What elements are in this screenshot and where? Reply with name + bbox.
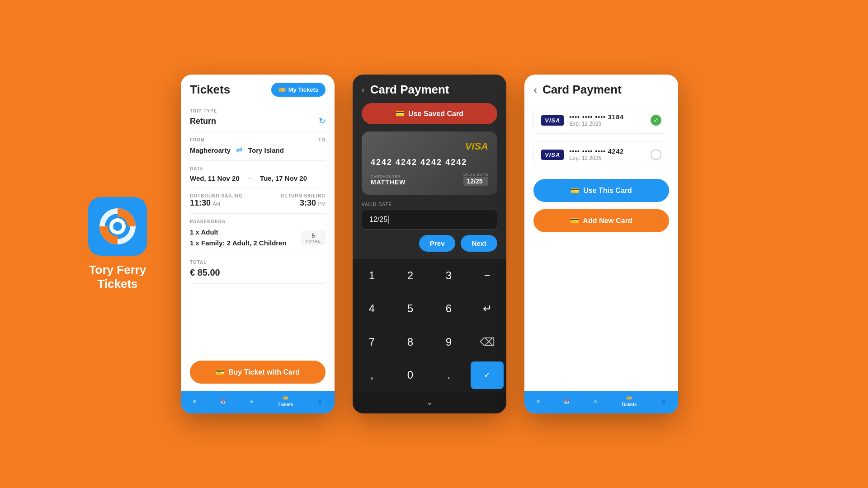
calendar-icon-3: 📅 xyxy=(564,399,569,404)
buy-ticket-button[interactable]: 💳 Buy Ticket with Card xyxy=(190,361,326,384)
card-exp-2: Exp: 12 2025 xyxy=(569,155,624,161)
date-to: Tue, 17 Nov 20 xyxy=(260,174,307,182)
prev-button[interactable]: Prev xyxy=(419,235,456,252)
nav-home-3[interactable]: ⊙ xyxy=(536,399,540,404)
to-value: Tory Island xyxy=(248,146,284,154)
chevron-down-icon: ⌄ xyxy=(426,396,434,407)
key-9[interactable]: 9 xyxy=(429,325,468,359)
nav-home[interactable]: ⊙ xyxy=(193,399,196,404)
card-number-masked-1: •••• •••• •••• 3184 xyxy=(569,113,624,121)
cursor xyxy=(388,216,389,224)
refresh-icon[interactable]: ↻ xyxy=(319,116,326,126)
valid-date-section: VALID DATE 12/25 xyxy=(362,202,497,230)
radio-selected-1[interactable]: ✓ xyxy=(651,115,661,126)
sailing-field: OUTBOUND SAILING 11:30 AM RETURN SAILING… xyxy=(190,188,326,214)
nav-calendar-3[interactable]: 📅 xyxy=(564,399,569,404)
nav-profile-3[interactable]: 👤 xyxy=(661,399,666,404)
valid-date-card: 12/25 xyxy=(463,177,489,186)
trip-type-field: TRIP TYPE Return ↻ xyxy=(190,103,326,132)
to-label: TO xyxy=(318,137,326,142)
app-icon xyxy=(88,197,147,256)
p3-title: Card Payment xyxy=(542,83,622,97)
outbound-time: 11:30 xyxy=(190,198,211,207)
visa-badge-2: VISA xyxy=(541,150,564,160)
tickets-content: TRIP TYPE Return ↻ FROM TO Maghe xyxy=(181,103,335,353)
nav-buttons: Prev Next xyxy=(362,235,497,252)
key-8[interactable]: 8 xyxy=(391,325,429,359)
nav-tickets-3[interactable]: 🎫 Tickets xyxy=(621,395,637,407)
key-period[interactable]: . xyxy=(429,359,468,392)
total-label: TOTAL xyxy=(190,260,326,265)
alert-icon-3: ⚠ xyxy=(593,399,597,404)
outbound-label: OUTBOUND SAILING xyxy=(190,193,243,198)
cardholder-name: MATTHEW xyxy=(371,178,406,186)
key-0[interactable]: 0 xyxy=(391,359,429,392)
key-enter[interactable]: ↵ xyxy=(468,292,506,326)
key-4[interactable]: 4 xyxy=(353,292,391,326)
key-comma[interactable]: , xyxy=(353,359,391,392)
p2-title: Card Payment xyxy=(370,83,449,97)
passengers-field: PASSENGERS 1 x Adult 1 x Family: 2 Adult… xyxy=(190,214,326,254)
card-option-1[interactable]: VISA •••• •••• •••• 3184 Exp: 12 2025 ✓ xyxy=(533,107,669,134)
p2-header: ‹ Card Payment xyxy=(353,75,506,103)
card-icon-dark: 💳 xyxy=(396,109,405,118)
my-tickets-button[interactable]: 🎫 My Tickets xyxy=(271,83,326,97)
valid-date-input-label: VALID DATE xyxy=(362,202,497,207)
passengers-label: PASSENGERS xyxy=(190,219,226,224)
alert-icon: ⚠ xyxy=(250,399,254,404)
bottom-nav-3: ⊙ 📅 ⚠ 🎫 Tickets 👤 xyxy=(524,391,678,413)
back-button-dark[interactable]: ‹ xyxy=(362,84,365,95)
nav-alert-3[interactable]: ⚠ xyxy=(593,399,597,404)
bottom-nav-1: ⊙ 📅 ⚠ 🎫 Tickets 👤 xyxy=(181,391,335,413)
total-field: TOTAL € 85.00 xyxy=(190,254,326,284)
key-confirm[interactable]: ✓ xyxy=(471,361,504,389)
key-2[interactable]: 2 xyxy=(391,259,429,292)
date-label: DATE xyxy=(190,166,326,171)
use-saved-card-button[interactable]: 💳 Use Saved Card xyxy=(362,103,497,124)
credit-card-icon: 💳 xyxy=(216,368,225,376)
outbound-suffix: AM xyxy=(213,201,221,206)
screen-tickets: Tickets 🎫 My Tickets TRIP TYPE Return ↻ … xyxy=(181,75,335,413)
date-field: DATE Wed, 11 Nov 20 - Tue, 17 Nov 20 xyxy=(190,161,326,188)
nav-calendar[interactable]: 📅 xyxy=(220,399,226,404)
use-this-card-button[interactable]: 💳 Use This Card xyxy=(533,179,669,202)
bottom-nav-2[interactable]: ⌄ xyxy=(353,392,506,413)
card-network: VISA xyxy=(371,141,488,152)
key-3[interactable]: 3 xyxy=(429,259,468,292)
credit-card-display: VISA 4242 4242 4242 4242 CARDHOLDER MATT… xyxy=(362,131,497,195)
tickets-icon: 🎫 xyxy=(283,395,288,400)
profile-icon: 👤 xyxy=(317,399,323,404)
valid-date-card-label: VALID DATE xyxy=(463,173,489,177)
key-1[interactable]: 1 xyxy=(353,259,391,292)
tickets-title: Tickets xyxy=(190,83,230,97)
key-6[interactable]: 6 xyxy=(429,292,468,326)
route-field: FROM TO Magheroarty ⇌ Tory Island xyxy=(190,132,326,161)
key-5[interactable]: 5 xyxy=(391,292,429,326)
card-number-masked-2: •••• •••• •••• 4242 xyxy=(569,148,624,155)
from-value: Magheroarty xyxy=(190,146,231,154)
screen-card-payment-light: ‹ Card Payment VISA •••• •••• •••• 3184 … xyxy=(524,75,678,413)
add-new-card-button[interactable]: 💳 Add New Card xyxy=(533,209,669,232)
nav-profile[interactable]: 👤 xyxy=(317,399,323,404)
total-badge: 5 TOTAL xyxy=(301,230,326,245)
next-button[interactable]: Next xyxy=(461,235,497,252)
app-brand: Tory Ferry Tickets xyxy=(72,197,163,291)
passengers-detail: 1 x Adult 1 x Family: 2 Adult, 2 Childre… xyxy=(190,227,287,249)
key-minus[interactable]: − xyxy=(468,259,506,292)
key-delete[interactable]: ⌫ xyxy=(468,325,506,359)
nav-tickets[interactable]: 🎫 Tickets xyxy=(278,395,293,407)
nav-alert[interactable]: ⚠ xyxy=(250,399,254,404)
return-time: 3:30 xyxy=(300,198,316,207)
return-suffix: PM xyxy=(318,201,326,206)
swap-icon[interactable]: ⇌ xyxy=(236,145,243,155)
plus-icon: 💳 xyxy=(570,216,579,225)
back-button-light[interactable]: ‹ xyxy=(533,84,537,96)
card-option-2[interactable]: VISA •••• •••• •••• 4242 Exp: 12 2025 xyxy=(533,141,669,168)
radio-empty-2[interactable] xyxy=(651,149,661,160)
numpad: 1 2 3 − 4 5 6 ↵ 7 8 9 ⌫ , 0 . ✓ xyxy=(353,259,506,392)
valid-date-input[interactable]: 12/25 xyxy=(362,210,497,230)
home-icon: ⊙ xyxy=(193,399,196,404)
p3-header: ‹ Card Payment xyxy=(524,75,678,103)
key-7[interactable]: 7 xyxy=(353,325,391,359)
app-title: Tory Ferry Tickets xyxy=(89,263,146,291)
